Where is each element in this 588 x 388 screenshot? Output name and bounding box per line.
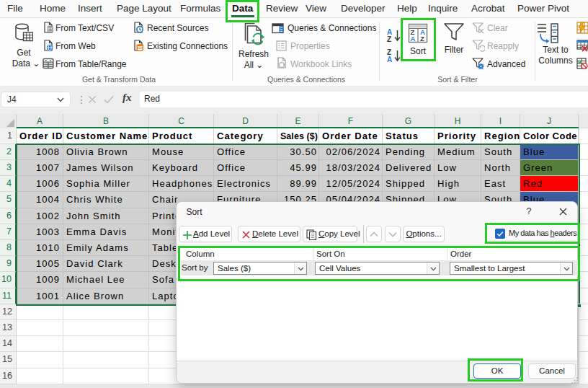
svg-text:A: A [387,56,392,63]
svg-text:Z: Z [387,35,391,43]
svg-text:A: A [410,35,415,43]
svg-text:Z: Z [420,35,424,43]
